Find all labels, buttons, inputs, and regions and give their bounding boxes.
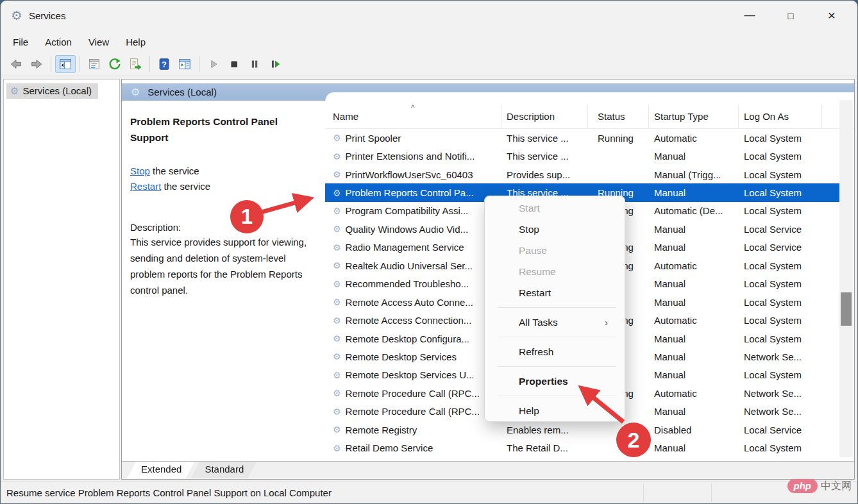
service-startup-type: Manual (649, 183, 739, 201)
context-menu-item-all-tasks[interactable]: All Tasks› (485, 312, 625, 333)
services-gear-icon: ⚙ (10, 86, 19, 96)
service-log-on-as: Local Service (739, 421, 822, 439)
console-tree-panel: ⚙ Services (Local) (3, 79, 120, 480)
toolbar-separator (199, 56, 199, 72)
context-menu-item-restart[interactable]: Restart (485, 282, 625, 303)
tab-standard[interactable]: Standard (190, 462, 258, 478)
desktop: ⚙ Services — □ × File Action View Help (0, 0, 858, 504)
service-log-on-as: Local Service (739, 220, 822, 238)
service-startup-type: Automatic (649, 256, 739, 274)
tree-item-label: Services (Local) (22, 85, 92, 96)
service-startup-type: Manual (649, 403, 739, 421)
restart-service-link[interactable]: Restart (130, 181, 161, 192)
status-bar-divider (711, 483, 712, 502)
service-startup-type: Manual (649, 348, 739, 365)
service-row[interactable]: ⚙Printer Extensions and Notifi...This se… (325, 147, 840, 165)
show-action-pane-icon[interactable] (174, 55, 195, 73)
service-name: ⚙Printer Extensions and Notifi... (325, 147, 501, 165)
service-row[interactable]: ⚙Print SpoolerThis service ...RunningAut… (325, 129, 840, 147)
context-menu-separator (485, 362, 625, 371)
service-log-on-as: Local System (739, 256, 822, 274)
context-menu-item-label: Help (519, 405, 539, 417)
restart-service-suffix: the service (161, 181, 210, 192)
service-description: Enables rem... (501, 421, 588, 439)
service-gear-icon: ⚙ (333, 407, 341, 416)
menu-help[interactable]: Help (117, 33, 154, 51)
tree-item-services-local[interactable]: ⚙ Services (Local) (6, 83, 98, 99)
maximize-button[interactable]: □ (770, 1, 811, 30)
service-name-label: Program Compatibility Assi... (346, 205, 469, 216)
show-console-tree-icon[interactable] (55, 55, 76, 73)
menu-view[interactable]: View (80, 33, 117, 51)
service-name-label: Print Spooler (346, 133, 401, 144)
service-log-on-as: Local System (739, 366, 822, 384)
service-status (588, 421, 649, 439)
toolbar-separator (149, 56, 150, 72)
service-name: ⚙Remote Access Auto Conne... (325, 293, 501, 311)
menu-action[interactable]: Action (37, 33, 80, 51)
view-tabs: Extended Standard (122, 461, 854, 479)
pause-service-icon[interactable] (244, 55, 265, 73)
restart-service-line: Restart the service (130, 179, 319, 194)
back-icon[interactable] (6, 55, 26, 73)
service-description: This service ... (501, 147, 588, 165)
restart-service-icon[interactable] (265, 55, 285, 73)
service-log-on-as: Local System (739, 275, 822, 293)
context-menu-item-properties[interactable]: Properties (485, 371, 625, 392)
service-gear-icon: ⚙ (333, 133, 341, 142)
service-name: ⚙Radio Management Service (325, 239, 501, 256)
service-row[interactable]: ⚙PrintWorkflowUserSvc_60403Provides sup.… (325, 165, 840, 183)
window-controls: — □ × (729, 1, 852, 30)
service-gear-icon: ⚙ (333, 316, 341, 325)
column-header-description[interactable]: Description (501, 105, 588, 128)
menu-file[interactable]: File (4, 33, 37, 51)
main-area: ⚙ Services (Local) ⚙ Services (Local) Pr… (1, 77, 857, 482)
toolbar-separator (51, 56, 51, 72)
refresh-icon[interactable] (105, 55, 125, 73)
context-menu: StartStopPauseResumeRestartAll Tasks›Ref… (484, 196, 625, 422)
stop-service-suffix: the service (150, 165, 199, 176)
close-button[interactable]: × (811, 1, 852, 30)
minimize-button[interactable]: — (729, 1, 770, 30)
service-gear-icon: ⚙ (333, 224, 341, 233)
forward-icon[interactable] (26, 55, 47, 73)
column-header-status[interactable]: Status (588, 105, 649, 128)
service-name: ⚙Recommended Troublesho... (325, 275, 501, 293)
column-header-startup-type[interactable]: Startup Type (649, 105, 739, 128)
scrollbar-thumb[interactable] (841, 292, 852, 326)
context-menu-item-start: Start (485, 197, 625, 219)
export-list-icon[interactable] (125, 55, 146, 73)
service-name: ⚙Print Spooler (325, 129, 501, 147)
services-window: ⚙ Services — □ × File Action View Help (0, 0, 858, 504)
context-menu-item-label: Stop (519, 224, 539, 235)
stop-service-link[interactable]: Stop (130, 165, 150, 176)
start-service-icon[interactable] (203, 55, 224, 73)
toolbar: ? (1, 52, 857, 76)
watermark-text: 中文网 (821, 480, 852, 493)
context-menu-separator (485, 303, 625, 312)
service-name: ⚙Remote Desktop Services (325, 348, 501, 365)
help-icon[interactable]: ? (154, 55, 174, 73)
properties-icon[interactable] (84, 55, 105, 73)
service-gear-icon: ⚙ (333, 389, 341, 398)
context-menu-item-refresh[interactable]: Refresh (485, 341, 625, 362)
column-header-log-on-as[interactable]: Log On As (739, 105, 822, 128)
service-gear-icon: ⚙ (333, 280, 341, 289)
submenu-arrow-icon: › (605, 317, 608, 328)
service-name-label: Realtek Audio Universal Ser... (346, 260, 473, 271)
service-row[interactable]: ⚙Retail Demo ServiceThe Retail D...Manua… (325, 439, 840, 457)
context-menu-item-help[interactable]: Help (485, 400, 625, 421)
service-log-on-as: Network Se... (739, 384, 822, 402)
context-menu-item-stop[interactable]: Stop (485, 219, 625, 240)
stop-service-line: Stop the service (130, 164, 319, 179)
tab-extended[interactable]: Extended (127, 462, 196, 478)
context-menu-item-label: Refresh (519, 346, 553, 358)
service-row[interactable]: ⚙Remote RegistryEnables rem...DisabledLo… (325, 421, 840, 439)
vertical-scrollbar[interactable] (839, 100, 853, 457)
service-startup-type: Manual (649, 239, 739, 256)
context-menu-item-label: Resume (519, 266, 556, 278)
stop-service-icon[interactable] (224, 55, 244, 73)
sort-ascending-icon: ^ (411, 103, 415, 112)
service-name-label: Remote Desktop Configura... (346, 333, 469, 344)
service-startup-type: Manual (649, 293, 739, 311)
